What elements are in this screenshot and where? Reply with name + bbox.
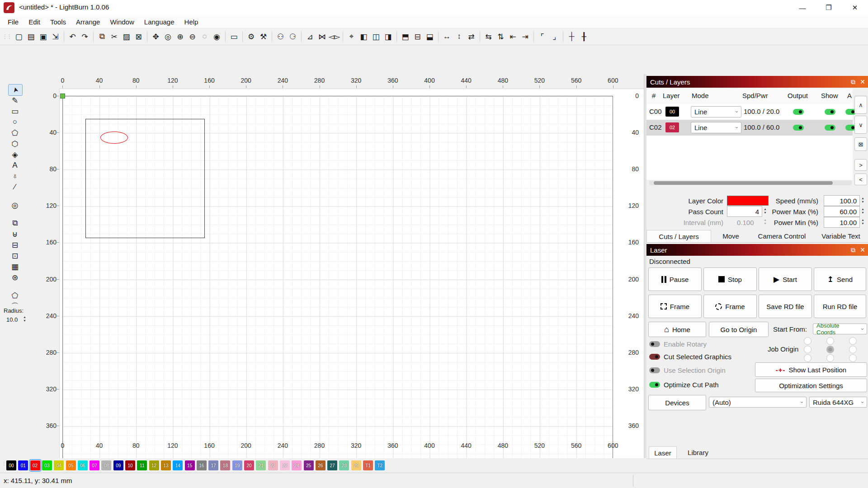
job-origin-dot-2[interactable] <box>849 337 857 345</box>
swap-icon[interactable]: ⇄ <box>465 30 477 43</box>
palette-chip-14[interactable]: 14 <box>173 460 183 470</box>
mirror-icon[interactable]: ◅▻ <box>328 30 340 43</box>
layer-move-left-button[interactable]: < <box>854 174 867 185</box>
toolbar-drag-handle[interactable]: ⋮⋮ <box>2 33 11 40</box>
power-min-spinner[interactable] <box>860 217 866 227</box>
open-file-icon[interactable]: ▤ <box>25 30 37 43</box>
edit-nodes-tool[interactable]: ⬡ <box>8 138 22 149</box>
device-settings-icon[interactable]: ⚒ <box>257 30 269 43</box>
draw-lines-tool[interactable]: ✎ <box>8 95 22 106</box>
layer-show-toggle[interactable] <box>825 125 835 131</box>
position-laser-tool[interactable]: ♁ <box>8 171 22 182</box>
frame-rect-button[interactable]: Frame <box>648 295 702 318</box>
pan-icon[interactable]: ✥ <box>150 30 162 43</box>
palette-chip-03[interactable]: 03 <box>42 460 52 470</box>
palette-chip-24[interactable]: 24 <box>292 460 302 470</box>
job-origin-dot-7[interactable] <box>826 354 834 362</box>
palette-chip-21[interactable]: 21 <box>256 460 266 470</box>
camera-capture-icon[interactable]: ◉ <box>211 30 223 43</box>
focus-icon[interactable]: ⌖ <box>345 30 358 43</box>
ellipse-tool[interactable]: ○ <box>8 117 22 127</box>
goto-origin-button[interactable]: Go to Origin <box>709 322 769 337</box>
job-origin-dot-3[interactable] <box>804 346 811 353</box>
toggle-enable-rotary[interactable]: Enable Rotary <box>649 340 707 348</box>
move-corner-icon[interactable]: ⌜ <box>536 30 548 43</box>
undo-icon[interactable]: ↶ <box>66 30 79 43</box>
layer-color-chip[interactable]: 00 <box>665 107 679 117</box>
optimization-settings-button[interactable]: Optimization Settings <box>755 379 867 392</box>
settings-icon[interactable]: ⚙ <box>245 30 257 43</box>
snap-objects-icon[interactable]: ╂ <box>578 30 590 43</box>
distribute-v-icon[interactable]: ⇅ <box>495 30 507 43</box>
palette-chip-19[interactable]: 19 <box>232 460 242 470</box>
arc-shape-icon[interactable]: ⌒ <box>8 301 22 312</box>
frame-selection-icon[interactable]: ◌ <box>198 30 211 43</box>
align-left-icon[interactable]: ◧ <box>358 30 370 43</box>
send-button[interactable]: ↥Send <box>814 267 866 291</box>
save-rd-button[interactable]: Save RD file <box>759 295 812 318</box>
zoom-in-icon[interactable]: ⊕ <box>174 30 186 43</box>
boolean-intersect-tool[interactable]: ⊡ <box>8 250 22 261</box>
align-bottom-icon[interactable]: ⬓ <box>424 30 436 43</box>
select-tool[interactable]: ➤ <box>8 84 23 96</box>
align-top-icon[interactable]: ⬒ <box>399 30 411 43</box>
layer-move-right-button[interactable]: > <box>854 159 867 171</box>
close-button[interactable]: ✕ <box>842 0 868 15</box>
tab-variable-text[interactable]: Variable Text <box>814 230 868 242</box>
new-file-icon[interactable]: ▢ <box>13 30 25 43</box>
job-origin-dot-5[interactable] <box>849 346 857 353</box>
palette-chip-13[interactable]: 13 <box>161 460 171 470</box>
polygon-tool[interactable]: ⬠ <box>8 127 22 138</box>
tab-library[interactable]: Library <box>678 446 718 459</box>
same-width-icon[interactable]: ↔ <box>441 30 453 43</box>
close-panel-icon[interactable]: ✕ <box>860 246 865 253</box>
tab-laser[interactable]: Laser <box>649 446 677 459</box>
palette-chip-15[interactable]: 15 <box>185 460 195 470</box>
frame-circle-button[interactable]: Frame <box>703 295 757 318</box>
menu-language[interactable]: Language <box>139 16 179 28</box>
palette-chip-08[interactable]: 08 <box>101 460 111 470</box>
flip-horizontal-icon[interactable]: ⋈ <box>316 30 328 43</box>
layer-row-c00[interactable]: C0000Line100.0 / 20.0 <box>646 104 853 120</box>
run-rd-button[interactable]: Run RD file <box>814 295 866 318</box>
palette-chip-05[interactable]: 05 <box>66 460 76 470</box>
palette-chip-06[interactable]: 06 <box>78 460 88 470</box>
maximize-button[interactable]: ❐ <box>816 0 842 15</box>
toggle-cut-selected-graphics[interactable]: Cut Selected Graphics <box>649 353 731 361</box>
show-last-position-button[interactable]: -+-Show Last Position <box>755 362 867 377</box>
boolean-subtract-tool[interactable]: ⊟ <box>8 239 22 250</box>
palette-chip-16[interactable]: 16 <box>197 460 207 470</box>
machine-work-area[interactable] <box>62 96 613 458</box>
space-v-icon[interactable]: ⇥ <box>519 30 531 43</box>
align-right-icon[interactable]: ◨ <box>382 30 394 43</box>
palette-chip-09[interactable]: 09 <box>113 460 123 470</box>
minimize-button[interactable]: — <box>789 0 816 15</box>
menu-arrange[interactable]: Arrange <box>71 16 105 28</box>
move-corner2-icon[interactable]: ⌟ <box>548 30 561 43</box>
power-min-field[interactable]: 10.00 <box>824 217 860 228</box>
job-origin-dot-4[interactable] <box>826 346 834 353</box>
device-combo[interactable]: Ruida 644XG <box>809 397 867 408</box>
flip-vertical-icon[interactable]: ⊿ <box>304 30 316 43</box>
float-panel-icon[interactable]: ⧉ <box>851 78 855 86</box>
palette-chip-12[interactable]: 12 <box>149 460 159 470</box>
radius-field[interactable]: 10.0 <box>6 316 18 323</box>
power-max-spinner[interactable] <box>860 206 866 216</box>
palette-chip-27[interactable]: 27 <box>327 460 337 470</box>
start-from-combo[interactable]: Absolute Coords <box>813 324 867 334</box>
palette-chip-00[interactable]: 00 <box>6 460 16 470</box>
delete-icon[interactable]: ⊠ <box>132 30 145 43</box>
palette-chip-t1[interactable]: T1 <box>363 460 373 470</box>
rectangle-tool[interactable]: ▭ <box>8 106 22 117</box>
zoom-page-icon[interactable]: ◎ <box>162 30 174 43</box>
palette-chip-07[interactable]: 07 <box>90 460 99 470</box>
redo-icon[interactable]: ↷ <box>79 30 91 43</box>
palette-chip-t2[interactable]: T2 <box>375 460 385 470</box>
ungroup-icon[interactable]: ⚆ <box>287 30 299 43</box>
home-button[interactable]: ⌂Home <box>648 322 706 337</box>
menu-window[interactable]: Window <box>105 16 139 28</box>
offset-shapes-tool[interactable]: ◎ <box>8 200 22 211</box>
job-origin-dot-8[interactable] <box>849 354 857 362</box>
port-combo[interactable]: (Auto) <box>709 397 807 408</box>
start-button[interactable]: ▶Start <box>759 267 812 291</box>
